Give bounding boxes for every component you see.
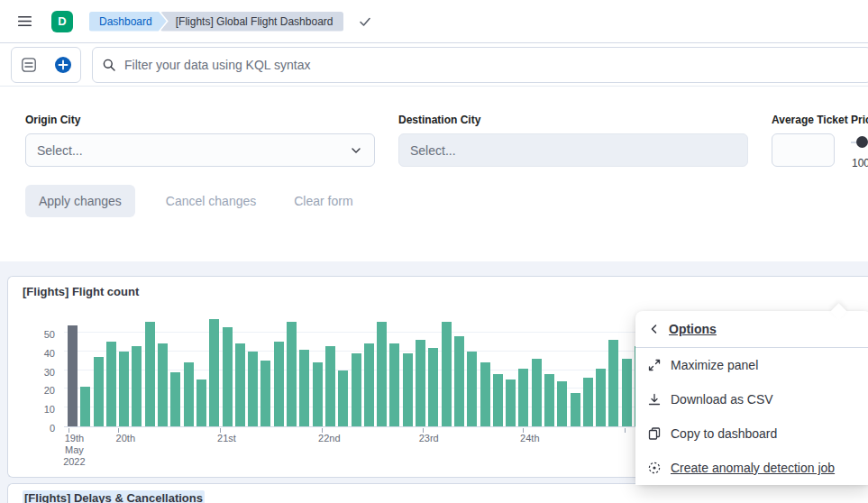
delays-panel-title[interactable]: [Flights] Delays & Cancellations bbox=[23, 490, 205, 503]
x-tick-label: 24th bbox=[520, 433, 539, 444]
chevron-down-icon bbox=[349, 143, 363, 158]
space-avatar[interactable]: D bbox=[51, 11, 73, 32]
y-tick-label: 40 bbox=[44, 348, 55, 359]
menu-item-label: Create anomaly detection job bbox=[671, 461, 835, 475]
kql-search-box bbox=[92, 47, 868, 83]
chart-bar[interactable] bbox=[248, 352, 258, 426]
cancel-changes-button[interactable]: Cancel changes bbox=[159, 185, 263, 217]
chart-bar[interactable] bbox=[119, 352, 129, 426]
chart-bar[interactable] bbox=[583, 378, 593, 426]
menu-item-download-csv[interactable]: Download as CSV bbox=[635, 382, 868, 416]
origin-city-control: Origin City Select... bbox=[25, 114, 375, 167]
chart-bar[interactable] bbox=[274, 342, 284, 426]
avg-ticket-price-label: Average Ticket Price bbox=[772, 114, 868, 126]
hamburger-icon bbox=[16, 13, 33, 30]
chart-y-axis: 01020304050 bbox=[23, 320, 64, 427]
chart-bar[interactable] bbox=[352, 353, 361, 426]
chart-bar[interactable] bbox=[68, 325, 78, 426]
chart-bar[interactable] bbox=[428, 348, 438, 426]
options-back-button[interactable]: Options bbox=[635, 311, 868, 347]
chart-bar[interactable] bbox=[80, 387, 90, 426]
chart-bar[interactable] bbox=[209, 319, 219, 426]
chart-bar[interactable] bbox=[313, 362, 323, 426]
chart-bar[interactable] bbox=[94, 357, 104, 426]
chart-bar[interactable] bbox=[416, 340, 425, 426]
chart-bar[interactable] bbox=[467, 352, 477, 426]
delays-cancellations-panel: [Flights] Delays & Cancellations bbox=[7, 483, 868, 503]
chart-bar[interactable] bbox=[145, 322, 155, 426]
controls-actions: Apply changes Cancel changes Clear form bbox=[25, 185, 843, 217]
chart-bar[interactable] bbox=[557, 381, 567, 426]
chart-bar[interactable] bbox=[132, 346, 142, 426]
top-header: D Dashboard [Flights] Global Flight Dash… bbox=[0, 0, 868, 43]
y-tick-label: 10 bbox=[44, 404, 55, 415]
chart-bar[interactable] bbox=[403, 353, 413, 426]
chart-bar[interactable] bbox=[364, 343, 374, 426]
apply-changes-button[interactable]: Apply changes bbox=[25, 185, 135, 217]
check-icon bbox=[358, 14, 372, 29]
chart-bar[interactable] bbox=[223, 327, 233, 426]
clear-form-button[interactable]: Clear form bbox=[287, 185, 360, 217]
menu-hamburger-button[interactable] bbox=[13, 9, 37, 33]
x-tick-label: 22nd bbox=[318, 433, 340, 444]
avg-ticket-price-input[interactable] bbox=[772, 133, 835, 167]
chart-bar[interactable] bbox=[622, 359, 632, 426]
chart-bar[interactable] bbox=[506, 380, 516, 426]
chart-bar[interactable] bbox=[532, 359, 542, 426]
saved-queries-button[interactable] bbox=[12, 48, 46, 82]
chart-bar[interactable] bbox=[571, 393, 580, 426]
destination-city-control: Destination City Select... bbox=[398, 114, 748, 167]
chart-bar[interactable] bbox=[196, 380, 206, 426]
menu-item-label: Maximize panel bbox=[671, 358, 758, 372]
breadcrumb-dashboard[interactable]: Dashboard bbox=[89, 12, 167, 32]
plus-circle-icon bbox=[54, 56, 72, 74]
chart-bar[interactable] bbox=[608, 340, 618, 426]
chart-bar[interactable] bbox=[544, 374, 554, 426]
chart-bar[interactable] bbox=[287, 322, 297, 426]
chart-bar[interactable] bbox=[518, 369, 528, 426]
y-tick-label: 50 bbox=[44, 329, 55, 340]
chart-bar[interactable] bbox=[170, 372, 180, 426]
chart-bar[interactable] bbox=[325, 346, 335, 426]
origin-city-select[interactable]: Select... bbox=[25, 133, 375, 167]
chart-bar[interactable] bbox=[442, 322, 452, 426]
chart-bar[interactable] bbox=[454, 336, 464, 426]
slider-min-value: 100 bbox=[852, 157, 868, 169]
add-filter-button[interactable] bbox=[46, 48, 80, 82]
chart-bar[interactable] bbox=[235, 343, 245, 426]
chart-bar[interactable] bbox=[377, 322, 387, 426]
menu-item-create-anomaly-job[interactable]: Create anomaly detection job bbox=[635, 451, 868, 485]
filter-button-group bbox=[11, 47, 81, 83]
chart-bar[interactable] bbox=[493, 374, 503, 426]
kql-search-input[interactable] bbox=[124, 58, 862, 72]
x-tick-label: 21st bbox=[217, 433, 236, 444]
chevron-left-icon bbox=[647, 322, 662, 336]
slider-thumb[interactable] bbox=[856, 136, 868, 148]
chart-bar[interactable] bbox=[389, 343, 399, 426]
saved-check-button[interactable] bbox=[354, 11, 376, 32]
avg-ticket-price-slider: 100 bbox=[847, 133, 868, 169]
menu-item-label: Download as CSV bbox=[671, 392, 773, 407]
menu-item-label: Copy to dashboard bbox=[671, 426, 777, 441]
dashboard-controls: Origin City Select... Destination City S… bbox=[0, 87, 868, 269]
chart-bar[interactable] bbox=[184, 362, 194, 426]
download-icon bbox=[647, 392, 662, 407]
chart-bar[interactable] bbox=[260, 361, 270, 426]
destination-city-select[interactable]: Select... bbox=[398, 133, 748, 167]
chart-bar[interactable] bbox=[106, 342, 116, 426]
menu-item-copy-to-dashboard[interactable]: Copy to dashboard bbox=[635, 416, 868, 451]
y-tick-label: 0 bbox=[50, 423, 55, 434]
chart-bar[interactable] bbox=[299, 350, 309, 426]
menu-item-maximize-panel[interactable]: Maximize panel bbox=[635, 348, 868, 382]
maximize-icon bbox=[647, 358, 662, 372]
y-tick-label: 30 bbox=[44, 367, 55, 378]
x-tick-label: 23rd bbox=[419, 433, 439, 444]
filter-list-icon bbox=[21, 57, 37, 73]
ml-icon bbox=[647, 461, 662, 475]
flight-count-panel-title[interactable]: [Flights] Flight count bbox=[23, 285, 139, 298]
chart-bar[interactable] bbox=[338, 370, 348, 426]
chart-bar[interactable] bbox=[158, 343, 168, 426]
origin-city-placeholder: Select... bbox=[37, 143, 83, 158]
chart-bar[interactable] bbox=[596, 369, 606, 426]
chart-bar[interactable] bbox=[480, 362, 490, 426]
